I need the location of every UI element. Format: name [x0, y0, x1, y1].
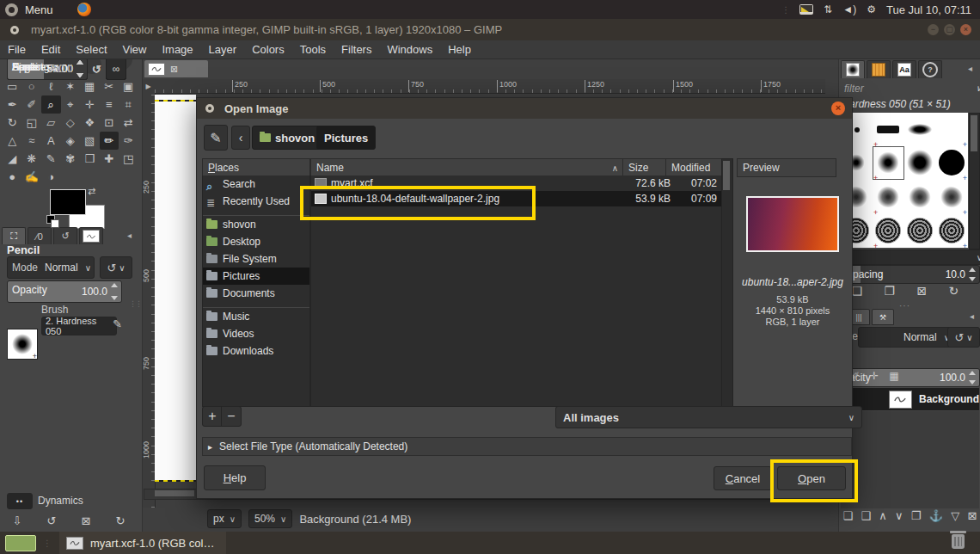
remove-bookmark-button[interactable]: − — [221, 406, 242, 427]
menu-item[interactable]: Layer — [201, 43, 245, 56]
select-by-color-tool[interactable]: ▦ — [80, 77, 100, 95]
brush-thumbnail[interactable] — [904, 113, 936, 146]
minimize-button[interactable]: − — [928, 24, 939, 35]
place-item[interactable]: Videos — [203, 325, 309, 342]
tab-brushes[interactable] — [841, 60, 865, 78]
brush-spacing-slider[interactable]: Spacing 10.0 — [841, 265, 980, 284]
tab-tool-presets[interactable]: ⚒ — [872, 309, 894, 325]
scale-tool[interactable]: ◱ — [22, 114, 42, 132]
menu-item[interactable]: File — [0, 43, 34, 56]
network-tray-icon[interactable]: ⇅ — [824, 3, 832, 15]
place-item[interactable]: shovon — [203, 215, 309, 233]
default-colors-icon[interactable] — [46, 215, 58, 227]
tab-tool-options[interactable]: ⛶ — [2, 227, 26, 244]
brush-scrollbar[interactable] — [969, 113, 980, 249]
unified-transform-tool[interactable]: ❖ — [80, 114, 100, 132]
reset-icon[interactable]: ↺ — [92, 63, 101, 76]
lower-layer-icon[interactable]: ∨ — [895, 509, 903, 522]
airbrush-tool[interactable]: ❋ — [22, 150, 42, 168]
brush-thumbnail[interactable] — [936, 181, 968, 214]
canvas[interactable] — [155, 95, 196, 482]
place-item[interactable]: Desktop — [203, 233, 309, 250]
place-item[interactable]: Recently Used — [203, 193, 309, 210]
preview-header[interactable]: Preview — [737, 158, 836, 177]
workspace-switcher[interactable] — [5, 535, 36, 551]
brush-thumbnail[interactable] — [873, 214, 904, 248]
taskbar-item[interactable]: myart.xcf-1.0 (RGB col… — [59, 532, 226, 554]
collapse-panel-icon[interactable]: ◂ — [970, 311, 974, 321]
duplicate-brush-icon[interactable]: ❐ — [885, 284, 896, 298]
raise-layer-icon[interactable]: ∧ — [879, 509, 887, 522]
reset-tool-icon[interactable]: ↻ — [116, 514, 126, 527]
layer-mode-select[interactable]: Normal ∨ — [858, 327, 956, 348]
move-tool[interactable]: ✛ — [80, 95, 100, 114]
swap-colors-icon[interactable]: ⇄ — [88, 186, 95, 197]
brush-preview[interactable] — [7, 329, 38, 360]
brush-thumbnail[interactable] — [936, 146, 968, 180]
collapse-panel-icon[interactable]: ◂ — [127, 231, 132, 240]
column-header-name[interactable]: Name ∧ — [310, 158, 624, 177]
firefox-icon[interactable] — [77, 3, 91, 16]
bucket-fill-tool[interactable]: ◈ — [61, 132, 81, 150]
file-filter-select[interactable]: All images ∨ — [555, 406, 862, 428]
column-header-size[interactable]: Size — [622, 158, 667, 177]
place-item[interactable]: File System — [203, 250, 309, 268]
brush-thumbnail[interactable] — [904, 181, 936, 214]
column-header-modified[interactable]: Modified — [665, 158, 723, 177]
opacity-slider[interactable]: Opacity 100.0 — [7, 280, 122, 303]
spinner[interactable] — [967, 371, 977, 385]
blur-sharpen-tool[interactable]: ● — [3, 168, 22, 186]
smudge-tool[interactable]: ✍ — [22, 168, 42, 186]
layer-mode-reset-button[interactable]: ↺∨ — [947, 327, 980, 348]
places-header[interactable]: Places — [202, 158, 310, 177]
menu-item[interactable]: Colors — [244, 43, 292, 56]
spinner[interactable] — [109, 283, 119, 300]
brush-thumbnail[interactable] — [936, 214, 968, 248]
foreground-color-swatch[interactable] — [50, 189, 86, 215]
scissors-select-tool[interactable]: ✂ — [100, 77, 119, 95]
new-brush-icon[interactable]: ❏ — [852, 284, 863, 298]
menu-item[interactable]: Edit — [34, 43, 68, 56]
shear-tool[interactable]: ▱ — [41, 114, 61, 132]
ellipse-select-tool[interactable]: ○ — [22, 77, 42, 95]
tab-device-status[interactable]: ⁄0 — [28, 227, 52, 244]
brush-thumbnail[interactable] — [873, 146, 904, 180]
foreground-select-tool[interactable]: ▣ — [119, 77, 138, 95]
breadcrumb-parent[interactable]: shovon — [252, 126, 322, 150]
menu-item[interactable]: Filters — [334, 43, 379, 56]
menu-item[interactable]: Image — [154, 43, 200, 56]
tab-undo-history[interactable]: ↺ — [53, 227, 77, 244]
menu-item[interactable]: Select — [68, 43, 114, 56]
paths-tool[interactable]: ✒ — [3, 95, 22, 114]
menu-item[interactable]: Windows — [379, 43, 440, 56]
tab-images[interactable] — [79, 227, 103, 244]
warp-transform-tool[interactable]: ≈ — [22, 132, 42, 150]
crop-tool[interactable]: ⌗ — [119, 95, 138, 114]
lock-alpha-icon[interactable]: ▦ — [889, 370, 898, 382]
cage-transform-tool[interactable]: △ — [3, 132, 22, 150]
ink-tool[interactable]: ✎ — [41, 150, 61, 168]
paintbrush-tool[interactable]: ✑ — [119, 132, 138, 150]
brush-thumbnail[interactable] — [936, 113, 968, 146]
delete-layer-icon[interactable]: ⊠ — [967, 509, 977, 522]
system-menu[interactable]: Menu — [25, 3, 53, 16]
paint-mode-select[interactable]: Mode Normal ∨ — [7, 256, 95, 279]
perspective-clone-tool[interactable]: ◳ — [119, 150, 138, 168]
place-item[interactable]: Pictures — [203, 268, 309, 285]
heal-tool[interactable]: ✚ — [100, 150, 119, 168]
add-bookmark-button[interactable]: + — [202, 406, 223, 427]
brush-thumbnail[interactable] — [873, 113, 904, 146]
trash-icon[interactable] — [952, 534, 965, 549]
measure-tool[interactable]: ⌖ — [61, 95, 81, 114]
flip-tool[interactable]: ⇄ — [119, 114, 138, 132]
pencil-tool[interactable]: ✏ — [100, 132, 119, 150]
panel-grip[interactable]: ⋮⋮ — [129, 299, 141, 308]
unit-select[interactable]: px∨ — [207, 509, 242, 528]
brush-filter-input[interactable]: filter — [844, 83, 864, 95]
dodge-burn-tool[interactable]: ◑ — [41, 168, 61, 186]
delete-brush-icon[interactable]: ⊠ — [916, 284, 927, 298]
breadcrumb-current[interactable]: Pictures — [316, 126, 376, 150]
back-button[interactable]: ‹ — [231, 126, 250, 150]
duplicate-layer-icon[interactable]: ❐ — [911, 509, 922, 522]
lock-position-icon[interactable]: ✛ — [870, 370, 879, 382]
